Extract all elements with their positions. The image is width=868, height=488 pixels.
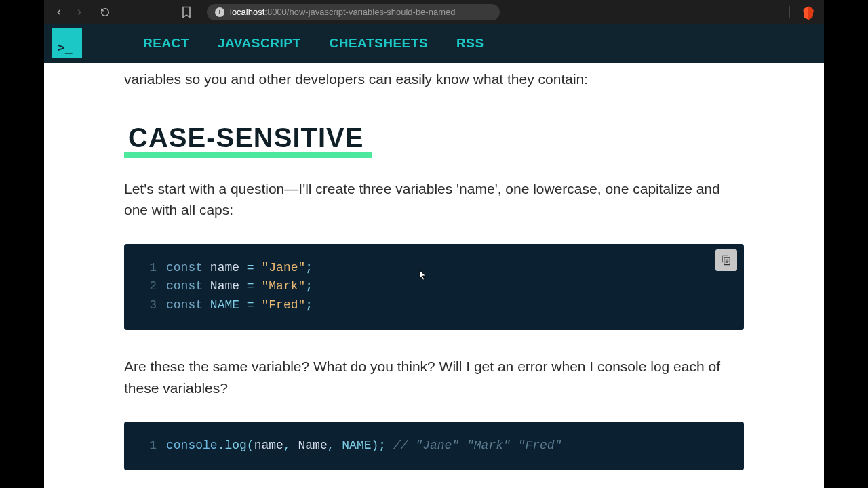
line-number: 2: [140, 277, 157, 296]
url-port: :8000: [264, 7, 287, 17]
site-logo[interactable]: >_: [52, 28, 82, 58]
code-line: 1 console.log(name, Name, NAME); // "Jan…: [140, 436, 728, 455]
site-header: >_ REACT JAVASCRIPT CHEATSHEETS RSS: [44, 24, 824, 63]
reload-button[interactable]: [98, 5, 112, 19]
back-button[interactable]: [52, 5, 66, 19]
code-line: 3 const NAME = "Fred";: [140, 296, 728, 315]
code-line: 2 const Name = "Mark";: [140, 277, 728, 296]
logo-symbol: >_: [58, 40, 73, 54]
nav-link-rss[interactable]: RSS: [456, 36, 484, 51]
browser-toolbar: i localhost:8000/how-javascript-variable…: [44, 0, 824, 24]
svg-rect-2: [726, 262, 728, 262]
nav-link-cheatsheets[interactable]: CHEATSHEETS: [330, 36, 429, 51]
svg-rect-1: [726, 260, 729, 261]
url-host: localhost: [230, 7, 264, 17]
section-heading: CASE-SENSITIVE: [124, 117, 368, 158]
copy-button[interactable]: [715, 249, 737, 271]
article-content: variables so you and other developers ca…: [44, 63, 824, 488]
paragraph-1: Let's start with a question—I'll create …: [124, 178, 744, 221]
page-viewport: >_ REACT JAVASCRIPT CHEATSHEETS RSS vari…: [44, 24, 824, 488]
url-bar[interactable]: i localhost:8000/how-javascript-variable…: [207, 4, 500, 20]
brave-shields-icon[interactable]: [802, 5, 814, 19]
site-info-icon[interactable]: i: [215, 7, 224, 17]
code-line: 1 const name = "Jane";: [140, 259, 728, 278]
line-number: 1: [140, 436, 157, 455]
url-path: /how-javascript-variables-should-be-name…: [287, 7, 456, 17]
svg-rect-0: [726, 259, 729, 260]
line-number: 1: [140, 259, 157, 278]
nav-link-react[interactable]: REACT: [143, 36, 189, 51]
primary-nav: REACT JAVASCRIPT CHEATSHEETS RSS: [143, 36, 484, 51]
code-block-2: 1 console.log(name, Name, NAME); // "Jan…: [124, 422, 744, 470]
bookmark-button[interactable]: [180, 5, 193, 19]
nav-link-javascript[interactable]: JAVASCRIPT: [218, 36, 301, 51]
forward-button[interactable]: [73, 5, 86, 19]
divider: [789, 6, 790, 18]
code-block-1: 1 const name = "Jane"; 2 const Name = "M…: [124, 244, 744, 331]
paragraph-2: Are these the same variable? What do you…: [124, 356, 744, 399]
line-number: 3: [140, 296, 157, 315]
intro-fragment: variables so you and other developers ca…: [124, 63, 744, 90]
